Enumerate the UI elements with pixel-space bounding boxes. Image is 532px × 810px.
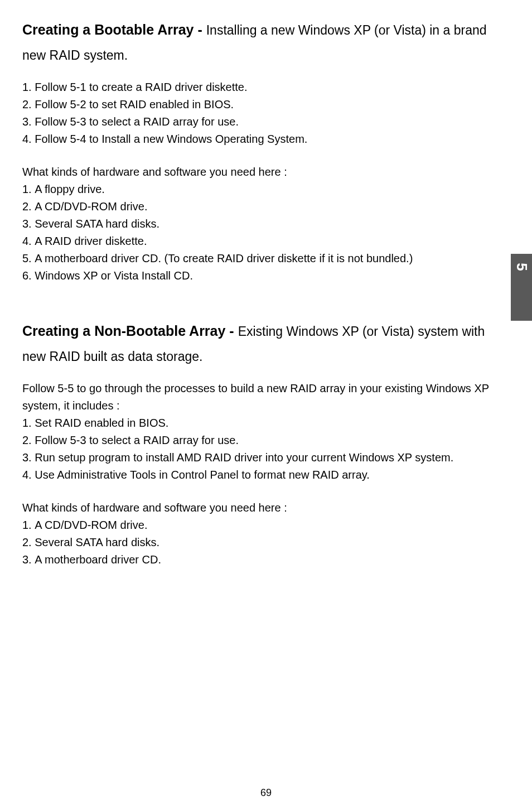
step-text: Follow 5-3 to select a RAID array for us… (35, 113, 239, 131)
section1-needs: 1. A floppy drive. 2. A CD/DVD-ROM drive… (22, 181, 510, 285)
section1-heading: Creating a Bootable Array - Installing a… (22, 17, 510, 68)
need-text: A floppy drive. (35, 181, 105, 198)
page: 5 Creating a Bootable Array - Installing… (0, 0, 532, 810)
section2-heading: Creating a Non-Bootable Array - Existing… (22, 318, 510, 369)
list-item: 4. A RAID driver diskette. (22, 233, 510, 250)
list-item: 2. Several SATA hard disks. (22, 534, 510, 551)
list-item: 6. Windows XP or Vista Install CD. (22, 267, 510, 285)
section2-steps: 1. Set RAID enabled in BIOS. 2. Follow 5… (22, 414, 510, 484)
chapter-tab: 5 (511, 254, 532, 321)
step-text: Follow 5-3 to select a RAID array for us… (35, 432, 239, 449)
need-text: Windows XP or Vista Install CD. (35, 267, 193, 285)
list-item: 2. Follow 5-3 to select a RAID array for… (22, 432, 510, 449)
list-item: 2. Follow 5-2 to set RAID enabled in BIO… (22, 96, 510, 113)
list-item: 4. Follow 5-4 to Install a new Windows O… (22, 131, 510, 148)
step-text: Follow 5-1 to create a RAID driver diske… (35, 79, 247, 96)
list-item: 4. Use Administrative Tools in Control P… (22, 466, 510, 484)
page-number: 69 (0, 787, 532, 799)
list-item: 1. A CD/DVD-ROM drive. (22, 517, 510, 534)
step-text: Run setup program to install AMD RAID dr… (35, 449, 453, 466)
list-item: 3. A motherboard driver CD. (22, 551, 510, 568)
need-text: Several SATA hard disks. (35, 534, 159, 551)
step-text: Follow 5-4 to Install a new Windows Oper… (35, 131, 307, 148)
need-text: A CD/DVD-ROM drive. (35, 517, 147, 534)
need-text: A motherboard driver CD. (To create RAID… (35, 250, 413, 267)
step-text: Set RAID enabled in BIOS. (35, 414, 168, 432)
list-item: 3. Follow 5-3 to select a RAID array for… (22, 113, 510, 131)
need-text: A motherboard driver CD. (35, 551, 161, 568)
section1-steps: 1. Follow 5-1 to create a RAID driver di… (22, 79, 510, 148)
step-text: Follow 5-2 to set RAID enabled in BIOS. (35, 96, 234, 113)
need-text: A CD/DVD-ROM drive. (35, 198, 147, 215)
section2-needs: 1. A CD/DVD-ROM drive. 2. Several SATA h… (22, 517, 510, 568)
need-text: Several SATA hard disks. (35, 215, 159, 233)
section2-lead: Creating a Non-Bootable Array - (22, 323, 238, 339)
section2-intro: Follow 5-5 to go through the processes t… (22, 380, 510, 414)
list-item: 5. A motherboard driver CD. (To create R… (22, 250, 510, 267)
list-item: 1. Follow 5-1 to create a RAID driver di… (22, 79, 510, 96)
list-item: 1. Set RAID enabled in BIOS. (22, 414, 510, 432)
section1-needs-intro: What kinds of hardware and software you … (22, 163, 510, 181)
section1-lead: Creating a Bootable Array - (22, 22, 206, 37)
list-item: 3. Run setup program to install AMD RAID… (22, 449, 510, 466)
list-item: 3. Several SATA hard disks. (22, 215, 510, 233)
list-item: 2. A CD/DVD-ROM drive. (22, 198, 510, 215)
need-text: A RAID driver diskette. (35, 233, 147, 250)
list-item: 1. A floppy drive. (22, 181, 510, 198)
step-text: Use Administrative Tools in Control Pane… (35, 466, 370, 484)
section2-needs-intro: What kinds of hardware and software you … (22, 499, 510, 517)
chapter-tab-label: 5 (513, 263, 530, 271)
